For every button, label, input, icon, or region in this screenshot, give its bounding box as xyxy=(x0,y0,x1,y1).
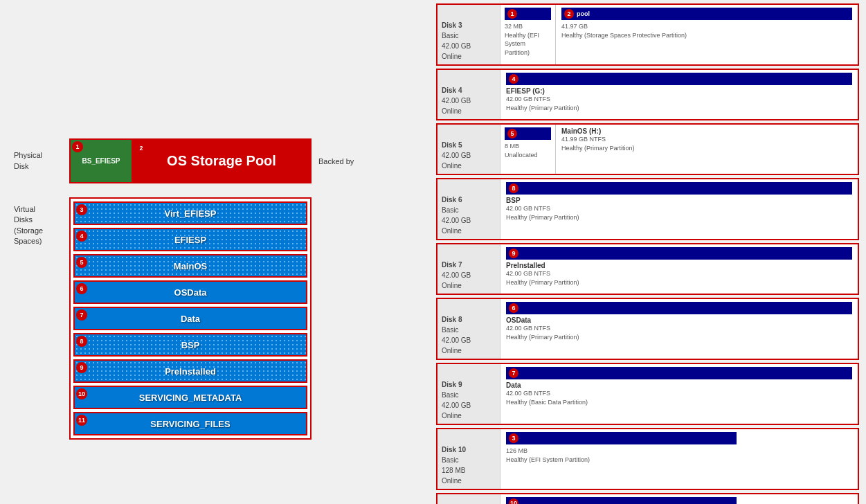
vdisk-name: Virt_EFIESP xyxy=(75,208,306,219)
vdisk-name: PreInstalled xyxy=(75,366,306,377)
disk-status: Online xyxy=(442,280,496,291)
partition-size: 42.00 GB NTFS xyxy=(506,324,852,333)
vdisk-badge: 10 xyxy=(76,388,87,399)
disk-status: Online xyxy=(442,476,496,486)
disk-info: Disk 542.00 GBOnline xyxy=(437,125,500,174)
virtual-disks-label: VirtualDisks(StorageSpaces) xyxy=(14,197,62,247)
disk-title: Disk 9 xyxy=(442,379,496,390)
disk-info-text: Disk 10Basic128 MBOnline xyxy=(442,444,496,486)
vdisk-name: SERVICING_METADATA xyxy=(75,393,306,403)
disk-title: Disk 7 xyxy=(442,260,496,270)
vdisk-badge: 5 xyxy=(76,257,87,268)
partition-name: EFIESP (G:) xyxy=(506,87,852,95)
partition-badge: 5 xyxy=(507,129,517,138)
vdisk-name: BSP xyxy=(75,340,306,350)
disk-row: Disk 11Basic256 MBOnline10SERVICING_META… xyxy=(436,493,859,504)
disk-partitions: 9PreInstalled42.00 GB NTFSHealthy (Prima… xyxy=(500,244,858,294)
partition: 9PreInstalled42.00 GB NTFSHealthy (Prima… xyxy=(500,244,858,294)
disk-info-text: Disk 542.00 GBOnline xyxy=(442,140,496,171)
right-panel: Disk 3Basic42.00 GBOnline132 MBHealthy (… xyxy=(429,0,866,504)
disk-row: Disk 742.00 GBOnline9PreInstalled42.00 G… xyxy=(436,243,859,295)
partition-status: Healthy (Primary Partition) xyxy=(506,213,852,222)
disk-partitions: 4EFIESP (G:)42.00 GB NTFSHealthy (Primar… xyxy=(500,70,858,119)
disk-title: Disk 8 xyxy=(442,314,496,325)
partition-badge: 10 xyxy=(509,498,518,504)
partition-size: 42.00 GB NTFS xyxy=(506,389,852,398)
disk-size: 42.00 GB xyxy=(442,150,496,161)
partition-status: Healthy (Storage Spaces Protective Parti… xyxy=(561,31,852,40)
partition-status: Healthy (Primary Partition) xyxy=(506,104,852,113)
partition-status: Healthy (Primary Partition) xyxy=(506,278,852,287)
partition-header: 4 xyxy=(506,73,852,85)
partition-header: 7 xyxy=(506,367,852,379)
physical-disk-box: 1 BS_EFIESP 2 OS Storage Pool xyxy=(69,138,312,183)
partition-badge: 7 xyxy=(509,368,518,378)
disk-row: Disk 542.00 GBOnline58 MBUnallocatedMain… xyxy=(436,123,859,175)
disk-type: Basic xyxy=(442,30,496,41)
vdisk-item: 9PreInstalled xyxy=(73,359,307,383)
partition-status: Healthy (Primary Partition) xyxy=(561,144,852,153)
disk-info: Disk 742.00 GBOnline xyxy=(437,244,500,294)
vdisk-badge: 9 xyxy=(76,362,87,373)
disk-info: Disk 11Basic256 MBOnline xyxy=(437,494,500,504)
vdisk-name: MainOS xyxy=(75,261,306,271)
disk-info: Disk 6Basic42.00 GBOnline xyxy=(437,179,500,239)
disk-row: Disk 8Basic42.00 GBOnline6OSData42.00 GB… xyxy=(436,298,859,360)
partition-header-label: pool xyxy=(577,10,590,17)
os-pool-badge: 2 xyxy=(136,143,147,154)
disk-size: 128 MB xyxy=(442,465,496,476)
vdisk-name: Data xyxy=(75,314,306,324)
disk-info: Disk 10Basic128 MBOnline xyxy=(437,429,500,489)
partition: 10SERVICING_METADATA254 MB NTFSHealthy (… xyxy=(500,494,742,504)
vdisk-item: 10SERVICING_METADATA xyxy=(73,386,307,409)
vdisk-name: SERVICING_FILES xyxy=(75,419,306,429)
os-storage-pool-cell: 2 OS Storage Pool xyxy=(133,140,310,182)
partition-name: OSData xyxy=(506,316,852,324)
partition-size: 42.00 GB NTFS xyxy=(506,269,852,278)
partition-header: 9 xyxy=(506,247,852,260)
disk-partitions: 10SERVICING_METADATA254 MB NTFSHealthy (… xyxy=(500,494,742,504)
disk-size: 42.00 GB xyxy=(442,400,496,411)
virtual-disks-list: 3Virt_EFIESP4EFIESP5MainOS6OSData7Data8B… xyxy=(69,197,312,440)
partition-header: 6 xyxy=(506,302,852,314)
disk-status: Online xyxy=(442,51,496,62)
disk-info-text: Disk 8Basic42.00 GBOnline xyxy=(442,314,496,356)
partition-header: 2pool xyxy=(561,8,852,20)
partition-header: 8 xyxy=(506,182,852,195)
partition-header: 10 xyxy=(506,497,737,504)
disk-size: 42.00 GB xyxy=(442,41,496,51)
disk-size: 42.00 GB xyxy=(442,270,496,280)
partition-name: MainOS (H:) xyxy=(561,127,852,135)
disk-size: 42.00 GB xyxy=(442,96,496,106)
disk-status: Online xyxy=(442,226,496,236)
partition: 7Data42.00 GB NTFSHealthy (Basic Data Pa… xyxy=(500,364,858,424)
disk-type: Basic xyxy=(442,455,496,465)
partition-name: BSP xyxy=(506,197,852,204)
disk-row: Disk 442.00 GBOnline4EFIESP (G:)42.00 GB… xyxy=(436,69,859,120)
disk-status: Online xyxy=(442,106,496,116)
virtual-disks-row: VirtualDisks(StorageSpaces) 3Virt_EFIESP… xyxy=(14,197,422,440)
partition-status: Healthy (Basic Data Partition) xyxy=(506,398,852,407)
vdisk-name: OSData xyxy=(75,287,306,298)
disk-partitions: 132 MBHealthy (EFI System Partition)2poo… xyxy=(500,5,858,64)
vdisk-item: 8BSP xyxy=(73,333,307,357)
disk-row: Disk 10Basic128 MBOnline3126 MBHealthy (… xyxy=(436,428,859,490)
partition-size: 126 MB xyxy=(506,447,737,456)
disk-status: Online xyxy=(442,411,496,421)
vdisk-item: 4EFIESP xyxy=(73,228,307,251)
partition: 3126 MBHealthy (EFI System Partition) xyxy=(500,429,742,489)
disk-title: Disk 3 xyxy=(442,20,496,30)
disk-row: Disk 9Basic42.00 GBOnline7Data42.00 GB N… xyxy=(436,363,859,425)
partition: 4EFIESP (G:)42.00 GB NTFSHealthy (Primar… xyxy=(500,70,858,119)
disk-info-text: Disk 442.00 GBOnline xyxy=(442,85,496,116)
partition-badge: 4 xyxy=(509,74,518,84)
disk-size: 42.00 GB xyxy=(442,215,496,226)
vdisk-badge: 4 xyxy=(76,231,87,242)
disk-info: Disk 3Basic42.00 GBOnline xyxy=(437,5,500,64)
disk-type: Basic xyxy=(442,205,496,215)
partition-badge: 6 xyxy=(509,303,518,313)
disk-title: Disk 6 xyxy=(442,195,496,205)
disk-status: Online xyxy=(442,161,496,171)
partition-header: 3 xyxy=(506,432,737,444)
partition: 58 MBUnallocated xyxy=(500,125,556,174)
